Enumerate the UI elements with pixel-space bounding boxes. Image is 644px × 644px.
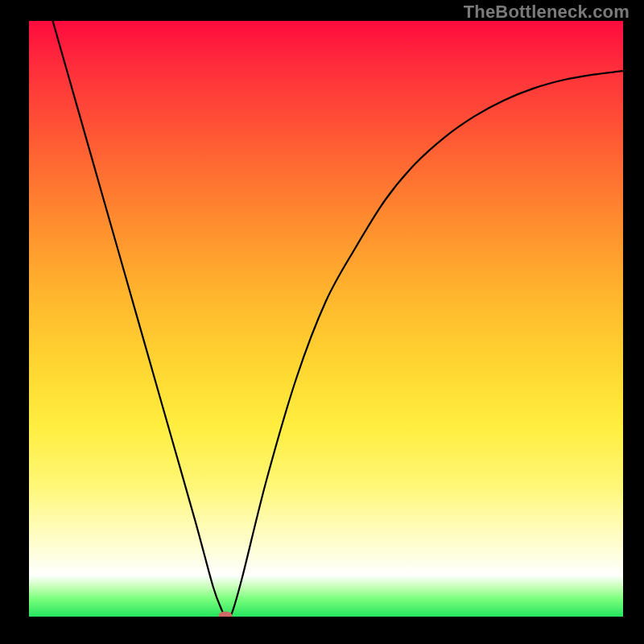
bottleneck-curve — [29, 21, 623, 617]
chart-frame: TheBottleneck.com — [0, 0, 644, 644]
watermark-label: TheBottleneck.com — [464, 2, 630, 23]
plot-area — [29, 21, 623, 617]
minimum-marker — [218, 611, 232, 617]
